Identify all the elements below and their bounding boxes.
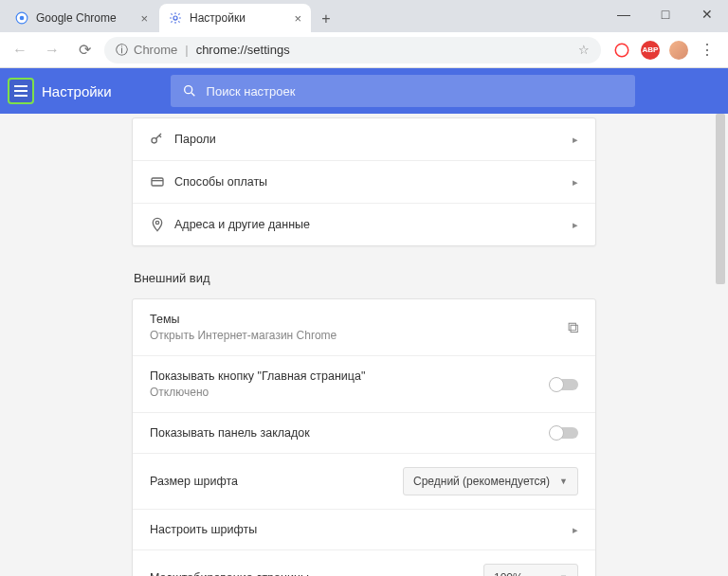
scrollbar-thumb[interactable]: [716, 114, 725, 284]
profile-avatar[interactable]: [669, 41, 688, 60]
reload-button[interactable]: ⟳: [72, 38, 97, 63]
tab-settings[interactable]: Настройки ×: [159, 4, 311, 32]
hamburger-icon: [14, 85, 27, 97]
appearance-section-title: Внешний вид: [134, 271, 596, 285]
page-zoom-select[interactable]: 100% ▼: [483, 564, 578, 576]
browser-toolbar: ← → ⟳ ⓘ Chrome | chrome://settings ☆ ABP…: [0, 32, 728, 68]
gear-favicon: [169, 11, 182, 25]
back-button[interactable]: ←: [8, 38, 32, 63]
tab-title: Настройки: [190, 11, 246, 25]
svg-point-4: [184, 86, 191, 94]
addresses-row[interactable]: Адреса и другие данные ▸: [133, 203, 595, 245]
autofill-card: Пароли ▸ Способы оплаты ▸ Адреса и други…: [132, 117, 596, 246]
passwords-row[interactable]: Пароли ▸: [133, 118, 595, 160]
chevron-right-icon: ▸: [573, 176, 578, 189]
hamburger-menu-button[interactable]: [8, 78, 34, 104]
external-link-icon: ⧉: [568, 319, 578, 336]
svg-point-1: [20, 16, 25, 21]
bookmarks-bar-toggle[interactable]: [550, 427, 578, 439]
tab-google-chrome[interactable]: Google Chrome ×: [6, 4, 157, 32]
search-input[interactable]: [207, 84, 624, 99]
close-window-button[interactable]: ✕: [686, 0, 728, 28]
page-zoom-row: Масштабирование страницы 100% ▼: [133, 549, 595, 576]
settings-search[interactable]: [171, 75, 635, 107]
address-host: Chrome: [134, 43, 177, 57]
window-controls: — □ ✕: [603, 0, 728, 28]
card-icon: [150, 174, 174, 189]
maximize-button[interactable]: □: [645, 0, 686, 28]
adblock-extension-icon[interactable]: ABP: [641, 41, 660, 60]
svg-point-6: [152, 138, 156, 143]
bookmarks-bar-row: Показывать панель закладок: [133, 412, 595, 453]
address-path: chrome://settings: [196, 43, 290, 57]
forward-button[interactable]: →: [40, 38, 64, 63]
close-tab-icon[interactable]: ×: [286, 11, 301, 26]
scrollbar-track: [714, 114, 727, 568]
tab-title: Google Chrome: [36, 11, 117, 25]
home-button-toggle[interactable]: [550, 379, 578, 390]
key-icon: [150, 132, 174, 147]
themes-row[interactable]: Темы Открыть Интернет-магазин Chrome ⧉: [133, 299, 595, 355]
extension-icons: ABP ⋮: [609, 41, 720, 60]
new-tab-button[interactable]: +: [313, 6, 339, 32]
payment-methods-row[interactable]: Способы оплаты ▸: [133, 160, 595, 203]
svg-rect-7: [152, 178, 163, 186]
chevron-right-icon: ▸: [573, 524, 578, 536]
svg-point-3: [615, 44, 628, 57]
chrome-favicon: [15, 11, 28, 25]
info-icon: ⓘ: [116, 42, 128, 59]
close-tab-icon[interactable]: ×: [133, 11, 148, 26]
chevron-right-icon: ▸: [573, 134, 578, 146]
page-title: Настройки: [42, 83, 112, 99]
search-icon: [182, 83, 197, 99]
address-bar[interactable]: ⓘ Chrome | chrome://settings ☆: [104, 37, 601, 63]
svg-line-5: [191, 93, 194, 96]
configure-fonts-row[interactable]: Настроить шрифты ▸: [133, 509, 595, 549]
font-size-row: Размер шрифта Средний (рекомендуется) ▼: [133, 453, 595, 509]
appearance-card: Темы Открыть Интернет-магазин Chrome ⧉ П…: [132, 298, 596, 576]
star-icon[interactable]: ☆: [578, 43, 590, 57]
location-icon: [150, 217, 174, 232]
svg-point-2: [173, 16, 177, 20]
settings-header: Настройки: [0, 68, 728, 114]
yandex-extension-icon[interactable]: [612, 41, 631, 60]
chevron-right-icon: ▸: [573, 219, 578, 231]
minimize-button[interactable]: —: [603, 0, 645, 28]
svg-point-9: [155, 221, 158, 224]
browser-menu-button[interactable]: ⋮: [698, 41, 717, 60]
settings-content: Пароли ▸ Способы оплаты ▸ Адреса и други…: [0, 114, 728, 576]
font-size-select[interactable]: Средний (рекомендуется) ▼: [403, 467, 578, 495]
chevron-down-icon: ▼: [559, 477, 568, 486]
home-button-row: Показывать кнопку "Главная страница" Отк…: [133, 355, 595, 412]
